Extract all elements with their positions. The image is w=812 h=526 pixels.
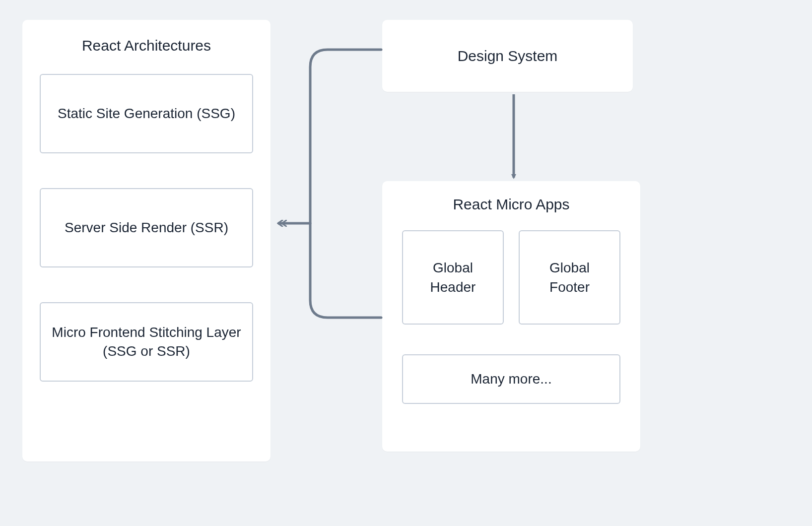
micro-app-global-header: Global Header [402,230,504,325]
bracket-lower [310,223,381,318]
react-architectures-title: React Architectures [40,37,253,54]
react-micro-apps-panel: React Micro Apps Global Header Global Fo… [382,181,640,452]
react-architectures-panel: React Architectures Static Site Generati… [22,20,271,461]
micro-app-many-more: Many more... [402,354,620,404]
micro-app-global-footer: Global Footer [519,230,620,325]
design-system-title: Design System [382,20,633,92]
bracket-upper [310,50,381,223]
design-system-panel: Design System [382,20,633,92]
arch-node-ssr: Server Side Render (SSR) [40,188,253,267]
arch-node-micro-frontend: Micro Frontend Stitching Layer (SSG or S… [40,302,253,382]
react-micro-apps-title: React Micro Apps [402,196,620,213]
arch-node-ssg: Static Site Generation (SSG) [40,74,253,153]
